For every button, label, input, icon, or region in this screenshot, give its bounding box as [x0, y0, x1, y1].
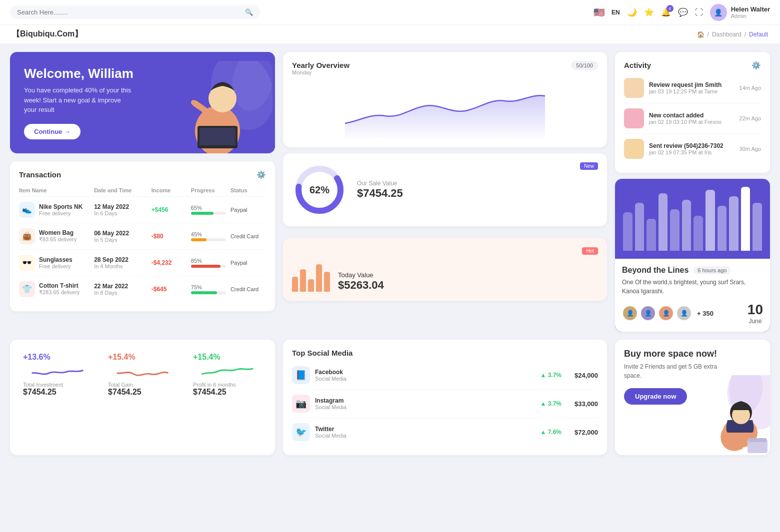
activity-item: Review request jim Smith jan 03 19 12:25…	[624, 73, 761, 103]
social-row: 🐦 Twitter Social Media ▲ 7.6% $72,000	[292, 418, 598, 446]
welcome-card: Welcome, William You have completed 40% …	[10, 52, 275, 153]
buyspace-illustration	[695, 375, 770, 455]
search-icon: 🔍	[245, 8, 253, 16]
beyond-avatar-3: 👤	[658, 305, 674, 321]
beyond-plus-count: + 350	[697, 310, 714, 317]
stat-profit: +15.4% Profit in 6 months $7454.25	[189, 349, 266, 401]
social-media-card: Top Social Media 📘 Facebook Social Media…	[283, 340, 607, 455]
beyond-description: One Of the world,s brightest, young surf…	[622, 278, 763, 296]
today-value: $5263.04	[338, 279, 384, 292]
breadcrumb: 🏠 / Dashboard / Default	[697, 31, 768, 38]
sparkline-2	[193, 362, 262, 382]
beyond-avatar-1: 👤	[622, 305, 638, 321]
col-item: Item Name	[19, 187, 90, 193]
breadcrumb-dashboard[interactable]: Dashboard	[712, 31, 742, 38]
purple-bar-chart	[615, 179, 770, 259]
hot-badge: Hot	[582, 247, 598, 255]
user-name: Helen Walter	[731, 5, 770, 13]
today-title: Today Value	[338, 271, 384, 279]
table-row: 👕 Cotton T-shirt ₹283.65 delivery 22 Mar…	[19, 276, 266, 302]
social-row: 📷 Instagram Social Media ▲ 3.7% $33,000	[292, 390, 598, 418]
chat-button[interactable]: 💬	[678, 7, 688, 17]
transaction-title: Transaction	[19, 170, 61, 179]
svg-rect-4	[200, 128, 236, 145]
social-row: 📘 Facebook Social Media ▲ 3.7% $24,000	[292, 361, 598, 390]
user-menu[interactable]: 👤 Helen Walter Admin	[710, 4, 770, 21]
notification-button[interactable]: 🔔4	[661, 7, 671, 17]
col-status: Status	[230, 187, 266, 193]
table-row: 👟 Nike Sports NK Free delivery 12 May 20…	[19, 197, 266, 223]
sale-value-card: 62% Our Sale Value $7454.25 New	[283, 153, 607, 226]
fullscreen-button[interactable]: ⛶	[695, 8, 703, 17]
sparkline-0	[23, 362, 92, 382]
avatar: 👤	[710, 4, 727, 21]
donut-percentage: 62%	[310, 184, 330, 196]
beyond-date: 10 June	[748, 302, 763, 325]
svg-point-6	[191, 100, 196, 105]
sparkline-1	[108, 362, 177, 382]
upgrade-button[interactable]: Upgrade now	[624, 388, 687, 405]
activity-title: Activity	[624, 61, 651, 69]
brand-logo: 【Biqubiqu.Com】	[12, 29, 82, 39]
yearly-subtitle: Monday	[292, 69, 350, 75]
sale-value: $7454.25	[357, 187, 403, 200]
beyond-title: Beyond the Lines	[622, 266, 688, 275]
col-income: Income	[152, 187, 187, 193]
transaction-card: Transaction ⚙️ Item Name Date and Time I…	[10, 161, 275, 311]
svg-rect-15	[748, 438, 766, 442]
col-progress: Progress	[191, 187, 226, 193]
search-input[interactable]	[17, 8, 241, 16]
sale-title: Our Sale Value	[357, 180, 403, 187]
yearly-overview-card: Yearly Overview Monday 50/100	[283, 52, 607, 147]
welcome-illustration	[160, 52, 275, 153]
today-bar-chart	[292, 262, 330, 292]
breadcrumb-current: Default	[749, 31, 768, 38]
home-icon: 🏠	[697, 31, 704, 38]
beyond-chart-card: Beyond the Lines 6 hours ago One Of the …	[615, 179, 770, 332]
table-header: Item Name Date and Time Income Progress …	[19, 182, 266, 197]
buyspace-title: Buy more space now!	[624, 349, 761, 359]
activity-card: Activity ⚙️ Review request jim Smith jan…	[615, 52, 770, 173]
activity-item: Sent review (504)236-7302 jan 02 19 07:3…	[624, 134, 761, 164]
yearly-chart	[292, 78, 598, 138]
stats-card: +13.6% Total Investment $7454.25 +15.4% …	[10, 340, 275, 455]
today-value-card: Hot Today Value $5263.04	[283, 238, 607, 301]
user-role: Admin	[731, 13, 770, 19]
yearly-title: Yearly Overview	[292, 61, 350, 69]
beyond-avatar-4: 👤	[676, 305, 692, 321]
stat-total-gain: +15.4% Total Gain $7454.25	[104, 349, 181, 401]
table-row: 🕶️ Sunglasses Free delivery 28 Sep 2022 …	[19, 250, 266, 276]
new-badge: New	[580, 162, 598, 170]
table-row: 👜 Women Bag ₹83.65 delivery 06 May 2022 …	[19, 223, 266, 250]
stat-total-investment: +13.6% Total Investment $7454.25	[19, 349, 96, 401]
social-title: Top Social Media	[292, 349, 598, 357]
flag-icon: 🇺🇸	[594, 7, 604, 18]
continue-button[interactable]: Continue →	[24, 124, 80, 139]
beyond-avatar-2: 👤	[640, 305, 656, 321]
buy-space-card: Buy more space now! Invite 2 Friends and…	[615, 340, 770, 455]
lang-label: EN	[612, 9, 620, 16]
transaction-settings-icon[interactable]: ⚙️	[256, 170, 266, 179]
notification-badge: 4	[666, 5, 674, 12]
welcome-subtitle: You have completed 40% of your this week…	[24, 85, 134, 115]
activity-settings-icon[interactable]: ⚙️	[752, 61, 761, 70]
col-date: Date and Time	[94, 187, 148, 193]
search-bar[interactable]: 🔍	[10, 5, 260, 19]
activity-item: New contact added jan 02 19 03:10 PM at …	[624, 103, 761, 134]
bookmark-button[interactable]: ⭐	[644, 7, 654, 17]
yearly-progress: 50/100	[571, 61, 598, 70]
theme-toggle-button[interactable]: 🌙	[627, 7, 637, 17]
beyond-time: 6 hours ago	[694, 266, 730, 274]
